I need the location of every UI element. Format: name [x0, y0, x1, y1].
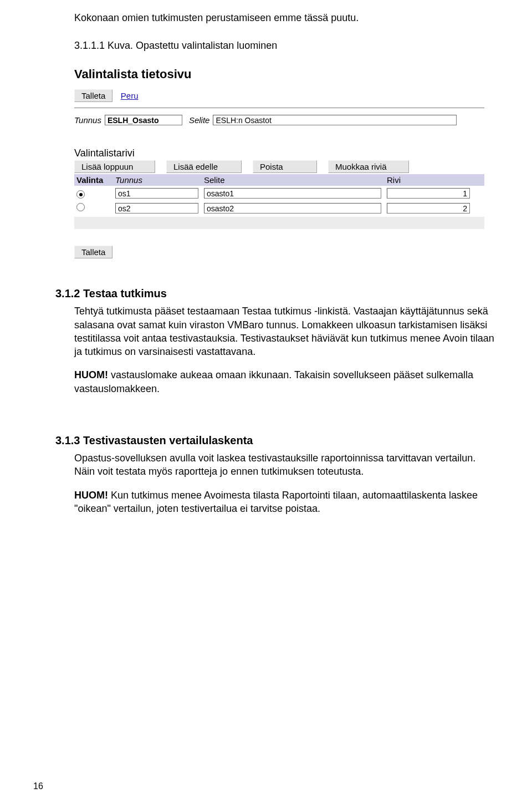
table-header-row: Valinta Tunnus Selite Rivi	[74, 174, 484, 186]
screenshot-title: Valintalista tietosivu	[74, 67, 484, 82]
sec312-p1: Tehtyä tutkimusta pääset testaamaan Test…	[74, 306, 494, 357]
selite-label: Selite	[189, 115, 210, 125]
top-action-row: Talleta Peru	[74, 89, 484, 102]
sec312-title: 3.1.2 Testaa tutkimus	[55, 286, 499, 301]
stripe-row	[74, 217, 484, 229]
page-number: 16	[33, 781, 43, 791]
selite-input[interactable]: ESLH:n Osastot	[213, 115, 457, 125]
radio-row-2[interactable]	[76, 203, 85, 211]
header-tunnus: Tunnus	[115, 175, 198, 185]
sec313-title: 3.1.3 Testivastausten vertailulaskenta	[55, 433, 499, 448]
row2-selite-input[interactable]: osasto2	[204, 203, 381, 214]
divider	[74, 108, 484, 108]
sec313-p1: Opastus-sovelluksen avulla voit laskea t…	[74, 453, 475, 477]
talleta-button[interactable]: Talleta	[74, 89, 112, 102]
tunnus-input[interactable]: ESLH_Osasto	[105, 115, 182, 125]
row2-tunnus-input[interactable]: os2	[115, 203, 198, 214]
figure-caption: 3.1.1.1 Kuva. Opastettu valintalistan lu…	[74, 40, 499, 52]
tunnus-label: Tunnus	[74, 115, 101, 125]
muokkaa-rivia-button[interactable]: Muokkaa riviä	[328, 160, 409, 173]
valintalistarivi-heading: Valintalistarivi	[74, 148, 484, 159]
huom-label: HUOM!	[74, 369, 108, 380]
row1-selite-input[interactable]: osasto1	[204, 188, 381, 199]
sec312-huom-text: vastauslomake aukeaa omaan ikkunaan. Tak…	[74, 369, 473, 394]
header-valinta: Valinta	[76, 175, 110, 185]
row2-rivi-input[interactable]: 2	[387, 203, 470, 214]
table-row: os2 osasto2 2	[74, 201, 484, 216]
poista-button[interactable]: Poista	[253, 160, 317, 173]
lisaa-loppuun-button[interactable]: Lisää loppuun	[74, 160, 155, 173]
row-action-buttons: Lisää loppuun Lisää edelle Poista Muokka…	[74, 160, 484, 173]
intro-text: Kokonaan omien tutkimusten perustamiseen…	[74, 11, 499, 24]
peru-link[interactable]: Peru	[121, 91, 139, 100]
row1-rivi-input[interactable]: 1	[387, 188, 470, 199]
section-312: 3.1.2 Testaa tutkimus Tehtyä tutkimusta …	[74, 286, 499, 358]
radio-row-1[interactable]	[76, 190, 85, 199]
table-row: os1 osasto1 1	[74, 186, 484, 201]
sec313-huom: HUOM! Kun tutkimus menee Avoimesta tilas…	[74, 489, 499, 516]
sec313-huom-text: Kun tutkimus menee Avoimesta tilasta Rap…	[74, 490, 478, 514]
sec312-huom: HUOM! vastauslomake aukeaa omaan ikkunaa…	[74, 368, 499, 395]
section-313: 3.1.3 Testivastausten vertailulaskenta O…	[74, 433, 499, 479]
stripe-row	[74, 230, 484, 242]
row1-tunnus-input[interactable]: os1	[115, 188, 198, 199]
tunnus-selite-row: Tunnus ESLH_Osasto Selite ESLH:n Osastot	[74, 115, 484, 125]
lisaa-edelle-button[interactable]: Lisää edelle	[166, 160, 242, 173]
embedded-screenshot: Valintalista tietosivu Talleta Peru Tunn…	[74, 67, 484, 258]
huom-label: HUOM!	[74, 490, 108, 501]
talleta-button-bottom[interactable]: Talleta	[74, 246, 112, 258]
header-selite: Selite	[204, 175, 381, 185]
header-rivi: Rivi	[387, 175, 470, 185]
